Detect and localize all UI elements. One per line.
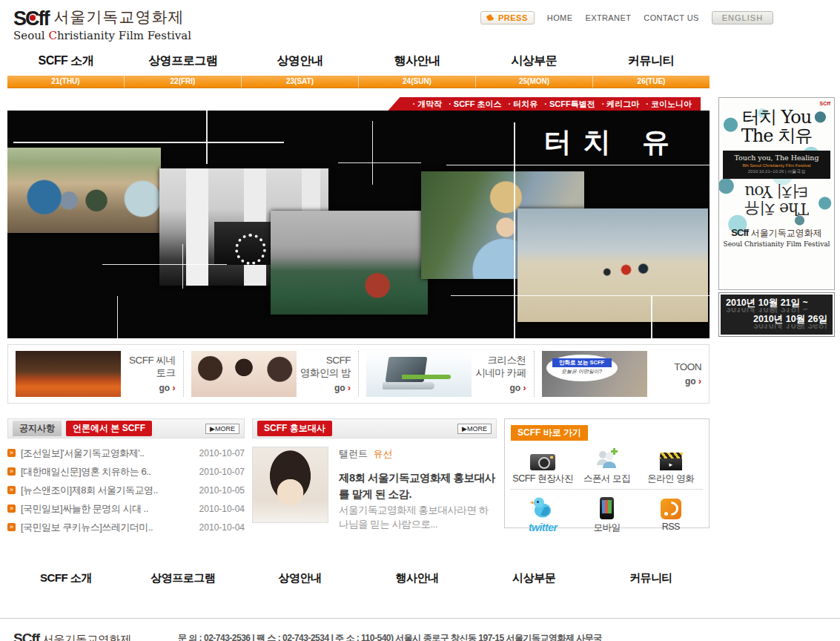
date-26[interactable]: 26(TUE) xyxy=(592,76,710,88)
news-link[interactable]: [조선일보]'서울기독교영화제'.. xyxy=(21,447,199,460)
date-24[interactable]: 24(SUN) xyxy=(358,76,475,88)
tab-press-coverage[interactable]: 언론에서 본 SCFF xyxy=(66,421,152,436)
tab-koinonia[interactable]: 코이노니아 xyxy=(646,99,692,110)
nav-item-program[interactable]: 상영프로그램 xyxy=(125,53,242,69)
rss-icon xyxy=(661,499,681,519)
toon-photo: 만화로 보는 SCFF 오늘은 어떤일이? xyxy=(542,351,647,397)
tab-scff-special[interactable]: SCFF특별전 xyxy=(544,99,595,110)
news-link[interactable]: [국민일보]싸늘한 문명의 시대 .. xyxy=(21,502,199,516)
nav-item-about[interactable]: SCFF 소개 xyxy=(7,53,125,69)
film-night-photo xyxy=(191,351,297,397)
footer-nav: SCFF 소개 상영프로그램 상영안내 행사안내 시상부문 커뮤니티 xyxy=(7,563,710,593)
clapperboard-icon xyxy=(660,453,682,470)
nav-item-events[interactable]: 행사안내 xyxy=(358,53,475,69)
news-row: [국민일보]싸늘한 문명의 시대 .. 2010-10-04 xyxy=(7,499,245,518)
footer-contact: 문 의 : 02-743-2536 | 팩 스 : 02-743-2534 | … xyxy=(178,632,602,641)
go-link[interactable]: go xyxy=(647,376,702,387)
footer-nav-about[interactable]: SCFF 소개 xyxy=(7,571,125,585)
decor-line xyxy=(372,121,373,185)
schedule-end-date: 2010년 10월 26일 2010년 10월 26일 xyxy=(726,314,827,330)
banner-toon[interactable]: 만화로 보는 SCFF 오늘은 어떤일이? TOON go xyxy=(534,351,710,397)
footer-nav-awards[interactable]: 시상부문 xyxy=(475,571,592,585)
site-logo[interactable]: SCff 서울기독교영화제 Seoul Christianity Film Fe… xyxy=(13,7,191,42)
nav-item-awards[interactable]: 시상부문 xyxy=(475,53,592,69)
category-tabs-row: 개막작 SCFF 초이스 터치유 SCFF특별전 케리그마 코이노니아 xyxy=(7,97,701,111)
quicklink-twitter[interactable]: twitter xyxy=(511,494,575,534)
banner-cinetalk[interactable]: SCFF 씨네토크 go xyxy=(8,351,183,397)
ambassador-headline[interactable]: 제8회 서울기독교영화제 홍보대사를 맡게 된 소감. xyxy=(339,470,497,503)
poster-title: 터치 You The 치유 xyxy=(719,108,834,145)
festival-schedule-box: 2010년 10월 21일 ~ 2010년 10월 21일 ~ 2010년 10… xyxy=(718,292,835,337)
tab-opening-film[interactable]: 개막작 xyxy=(412,99,442,110)
cinetalk-photo xyxy=(16,351,121,397)
ambassador-quote: 서울기독교영화제 홍보대사라면 하나님을 믿는 사람으로... xyxy=(339,503,497,532)
news-link[interactable]: [국민일보 쿠키뉴스]쓰레기더미.. xyxy=(21,521,199,534)
utility-nav: PRESS HOME EXTRANET CONTACT US ENGLISH xyxy=(480,11,773,24)
footer-nav-events[interactable]: 행사안내 xyxy=(358,571,475,585)
news-more-button[interactable]: ▶MORE xyxy=(205,424,239,434)
tab-touch-you[interactable]: 터치유 xyxy=(509,99,538,110)
bottom-section: 공지사항 언론에서 본 SCFF ▶MORE [조선일보]'서울기독교영화제'.… xyxy=(7,418,710,536)
footer-nav-community[interactable]: 커뮤니티 xyxy=(592,571,710,585)
go-link[interactable]: go xyxy=(472,383,526,393)
poster-mirrored-title: The 치유 터치 You xyxy=(719,183,834,217)
banner-label: SCFF 씨네토크 xyxy=(121,355,176,380)
quicklink-online-movie[interactable]: 온라인 영화 xyxy=(639,445,703,485)
news-header: 공지사항 언론에서 본 SCFF ▶MORE xyxy=(7,418,245,438)
go-link[interactable]: go xyxy=(297,383,351,393)
hero-section: 개막작 SCFF 초이스 터치유 SCFF특별전 케리그마 코이노니아 xyxy=(7,97,840,338)
page-header: SCff 서울기독교영화제 Seoul Christianity Film Fe… xyxy=(0,0,840,46)
ambassador-badge: SCFF 홍보대사 xyxy=(257,421,332,436)
date-21[interactable]: 21(THU) xyxy=(7,76,124,88)
arrow-bullet-icon xyxy=(7,486,16,494)
decor-line xyxy=(451,295,710,296)
people-icon xyxy=(594,447,619,470)
decor-line xyxy=(13,142,284,143)
go-link[interactable]: go xyxy=(121,383,176,393)
news-row: [국민일보 쿠키뉴스]쓰레기더미.. 2010-10-04 xyxy=(7,518,245,536)
home-link[interactable]: HOME xyxy=(547,13,573,22)
english-button[interactable]: ENGLISH xyxy=(712,11,773,24)
quicklink-rss[interactable]: RSS xyxy=(639,494,703,534)
hero-still-chalk-art xyxy=(271,211,428,315)
tab-kerygma[interactable]: 케리그마 xyxy=(602,99,640,110)
decor-line xyxy=(206,111,208,164)
news-date: 2010-10-04 xyxy=(199,504,245,514)
press-hand-icon xyxy=(485,13,495,22)
hero-banner[interactable]: 터치 유 xyxy=(7,111,710,338)
press-button[interactable]: PRESS xyxy=(480,11,535,24)
footer-logo: SCff 서울기독교영화제 Seoul Christianity Film Fe… xyxy=(13,631,162,641)
news-link[interactable]: [뉴스앤조이]제8회 서울기독교영.. xyxy=(21,484,199,497)
logo-english-title: Seoul Christianity Film Festival xyxy=(13,29,191,42)
poster-logo: SCff 서울기독교영화제 Seoul Christianity Film Fe… xyxy=(719,227,834,248)
news-link[interactable]: [대한매일신문]영혼 치유하는 6.. xyxy=(21,465,199,479)
tab-scff-choice[interactable]: SCFF 초이스 xyxy=(449,99,501,110)
news-date: 2010-10-05 xyxy=(199,485,245,496)
date-23[interactable]: 23(SAT) xyxy=(241,76,358,88)
contact-us-link[interactable]: CONTACT US xyxy=(644,13,699,22)
twitter-bird-icon xyxy=(529,496,556,519)
banner-cinema-cafe[interactable]: 크리스천시네마 카페 go xyxy=(358,351,534,397)
ambassador-more-button[interactable]: ▶MORE xyxy=(457,424,492,434)
footer-nav-program[interactable]: 상영프로그램 xyxy=(125,571,242,585)
quicklink-photos[interactable]: SCFF 현장사진 xyxy=(511,445,575,485)
quicklink-mobile[interactable]: 모바일 xyxy=(575,494,638,534)
date-25[interactable]: 25(MON) xyxy=(475,76,592,88)
news-list: [조선일보]'서울기독교영화제'.. 2010-10-07 [대한매일신문]영혼… xyxy=(7,444,245,536)
nav-item-screening[interactable]: 상영안내 xyxy=(242,53,359,69)
footer-info: SCff 서울기독교영화제 Seoul Christianity Film Fe… xyxy=(0,619,840,641)
banner-film-night[interactable]: SCFF영화인의 밤 go xyxy=(183,351,359,397)
scff-logo-mark: SCff xyxy=(13,10,49,27)
decor-line xyxy=(446,165,710,165)
extranet-link[interactable]: EXTRANET xyxy=(585,13,631,22)
quicklink-sponsor[interactable]: 스폰서 모집 xyxy=(575,445,638,485)
ambassador-name[interactable]: 유선 xyxy=(373,448,392,459)
footer-nav-screening[interactable]: 상영안내 xyxy=(242,571,359,585)
tab-notice[interactable]: 공지사항 xyxy=(13,421,62,436)
cinema-cafe-photo xyxy=(366,351,472,397)
toon-speech-bubble: 만화로 보는 SCFF 오늘은 어떤일이? xyxy=(546,355,618,381)
news-date: 2010-10-04 xyxy=(199,522,245,533)
nav-item-community[interactable]: 커뮤니티 xyxy=(592,53,710,69)
date-22[interactable]: 22(FRI) xyxy=(124,76,241,88)
festival-poster[interactable]: SCff 터치 You The 치유 Touch you, The Healin… xyxy=(718,97,835,290)
